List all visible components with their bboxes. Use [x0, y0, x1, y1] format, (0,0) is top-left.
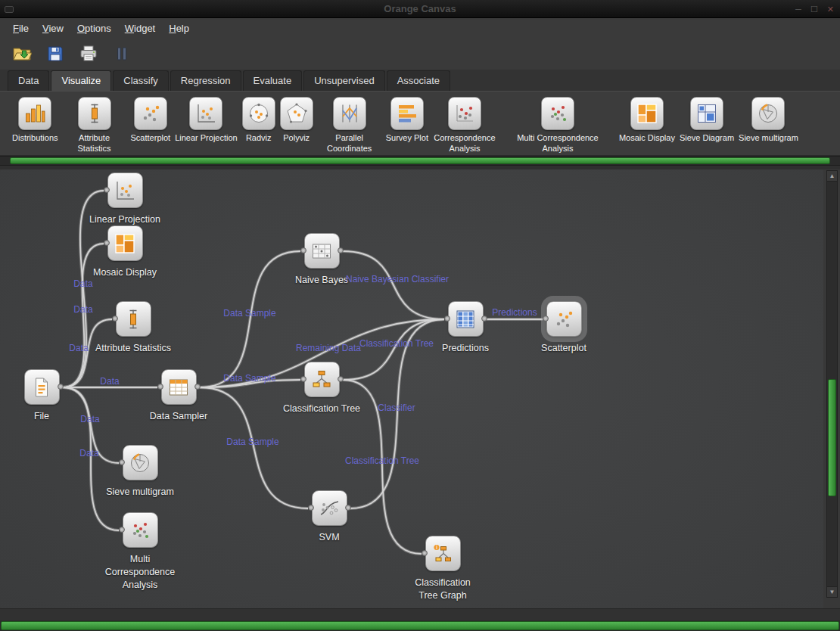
data-sampler-icon[interactable]	[161, 369, 197, 405]
file-icon[interactable]	[24, 369, 60, 405]
print-button[interactable]	[76, 42, 101, 66]
node-multi-correspondence-analysis[interactable]: Multi Correspondence Analysis	[76, 512, 204, 592]
palette-scrollbar[interactable]	[0, 156, 840, 166]
output-port[interactable]	[481, 316, 487, 322]
save-button[interactable]	[42, 42, 68, 66]
mosaic-display-icon[interactable]	[107, 225, 143, 261]
window-menu-icon[interactable]	[5, 6, 14, 13]
scroll-up-icon[interactable]: ▲	[827, 171, 837, 182]
palette-item-multi-correspondence-analysis[interactable]: Multi Correspondence Analysis	[501, 97, 614, 154]
palette-item-parallel-coordinates[interactable]: Parallel Coordinates	[318, 97, 381, 154]
input-port[interactable]	[444, 316, 450, 322]
naive-bayes-icon[interactable]	[304, 233, 340, 269]
palette-item-sieve-diagram[interactable]: Sieve Diagram	[680, 97, 734, 143]
input-port[interactable]	[104, 240, 110, 246]
classification-tree-graph-icon[interactable]: i	[425, 536, 461, 571]
input-port[interactable]	[104, 187, 110, 193]
mosaic-display-icon	[630, 97, 664, 130]
node-label: SVM	[319, 531, 339, 544]
input-port[interactable]	[308, 505, 314, 511]
output-port[interactable]	[345, 505, 351, 511]
edge-label: Data Sample	[223, 373, 275, 384]
input-port[interactable]	[112, 316, 118, 322]
close-button[interactable]: ✕	[827, 5, 834, 14]
sieve-multigram-icon[interactable]	[123, 445, 158, 480]
palette-item-scatterplot[interactable]: Scatterplot	[131, 97, 171, 143]
palette-item-survey-plot[interactable]: Survey Plot	[386, 97, 428, 143]
palette-item-label: Polyviz	[283, 132, 310, 143]
linear-projection-icon	[189, 97, 222, 130]
tab-unsupervised[interactable]: Unsupervised	[303, 70, 385, 91]
node-classification-tree-graph[interactable]: iClassification Tree Graph	[378, 536, 507, 602]
open-icon	[12, 44, 32, 64]
attribute-statistics-icon[interactable]	[116, 301, 151, 337]
palette-item-label: Distributions	[12, 132, 58, 143]
menu-file[interactable]: File	[6, 20, 36, 36]
palette-item-label: Scatterplot	[131, 132, 171, 143]
output-port[interactable]	[338, 247, 344, 253]
vertical-scrollbar[interactable]: ▲ ▼	[826, 170, 838, 598]
pause-icon	[113, 45, 131, 63]
tab-evaluate[interactable]: Evaluate	[243, 70, 303, 91]
palette-item-attribute-statistics[interactable]: Attribute Statistics	[63, 97, 126, 154]
input-port[interactable]	[543, 316, 549, 322]
node-label: Attribute Statistics	[95, 342, 171, 355]
classification-tree-icon[interactable]	[304, 362, 340, 397]
print-icon	[79, 44, 98, 64]
input-port[interactable]	[119, 527, 125, 533]
pause-button[interactable]	[109, 42, 135, 66]
vertical-scrollbar-thumb[interactable]	[828, 379, 836, 496]
input-port[interactable]	[157, 384, 163, 390]
node-label: File	[34, 410, 49, 423]
tab-classify[interactable]: Classify	[113, 70, 169, 91]
palette-item-radviz[interactable]: Radviz	[242, 97, 275, 143]
palette-item-linear-projection[interactable]: Linear Projection	[175, 97, 238, 143]
palette-item-label: Radviz	[246, 132, 272, 143]
edge-label: Data	[73, 278, 92, 289]
tab-data[interactable]: Data	[8, 70, 49, 91]
svm-icon[interactable]	[312, 490, 347, 526]
parallel-coordinates-icon	[333, 97, 366, 130]
input-port[interactable]	[300, 376, 306, 382]
palette-item-distributions[interactable]: Distributions	[12, 97, 58, 143]
tab-associate[interactable]: Associate	[387, 70, 450, 91]
maximize-button[interactable]: ☐	[810, 5, 818, 14]
menu-help[interactable]: Help	[162, 20, 196, 36]
edge-label: Data	[69, 343, 88, 353]
palette-item-correspondence-analysis[interactable]: Correspondence Analysis	[433, 97, 496, 154]
menu-widget[interactable]: Widget	[118, 20, 162, 36]
polyviz-icon	[280, 97, 313, 130]
tab-visualize[interactable]: Visualize	[51, 70, 111, 91]
palette-item-polyviz[interactable]: Polyviz	[280, 97, 313, 143]
node-svm[interactable]: SVM	[265, 490, 394, 544]
tab-bar: DataVisualizeClassifyRegressionEvaluateU…	[0, 70, 840, 92]
input-port[interactable]	[119, 459, 125, 465]
input-port[interactable]	[422, 550, 428, 556]
open-button[interactable]	[9, 42, 35, 66]
menu-view[interactable]: View	[36, 20, 70, 36]
multi-correspondence-analysis-icon[interactable]	[123, 512, 158, 548]
node-linear-projection[interactable]: Linear Projection	[61, 173, 189, 226]
output-port[interactable]	[58, 384, 64, 390]
palette-scrollbar-thumb[interactable]	[10, 157, 830, 164]
input-port[interactable]	[300, 247, 306, 253]
palette-item-mosaic-display[interactable]: Mosaic Display	[619, 97, 675, 143]
output-port[interactable]	[194, 384, 201, 390]
palette-item-sieve-multigram[interactable]: Sieve multigram	[739, 97, 798, 143]
menu-options[interactable]: Options	[70, 20, 118, 36]
widget-palette: DistributionsAttribute StatisticsScatter…	[0, 92, 840, 156]
linear-projection-icon[interactable]	[107, 173, 143, 208]
palette-item-label: Correspondence Analysis	[433, 132, 496, 154]
horizontal-scrollbar[interactable]	[0, 620, 840, 631]
scroll-down-icon[interactable]: ▼	[827, 586, 837, 597]
horizontal-scrollbar-thumb[interactable]	[1, 621, 839, 630]
minimize-button[interactable]: ─	[795, 5, 801, 14]
node-mosaic-display[interactable]: Mosaic Display	[61, 225, 189, 279]
tab-regression[interactable]: Regression	[170, 70, 241, 91]
scatterplot-icon[interactable]	[546, 301, 582, 337]
predictions-icon[interactable]	[448, 301, 484, 337]
node-classification-tree[interactable]: Classification Tree	[257, 362, 386, 415]
sieve-diagram-icon	[690, 97, 723, 130]
workflow-canvas[interactable]: FileLinear ProjectionMosaic DisplayAttri…	[0, 169, 823, 608]
output-port[interactable]	[338, 376, 344, 382]
